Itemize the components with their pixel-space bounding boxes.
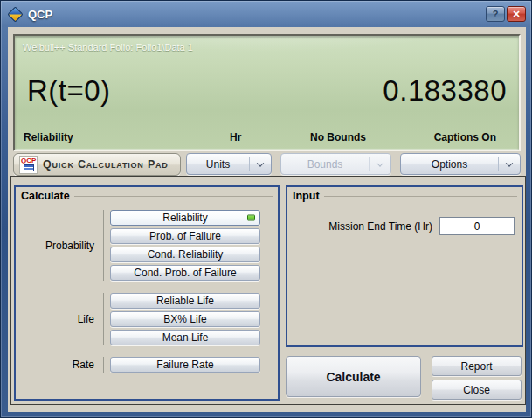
mission-end-time-label: Mission End Time (Hr) [328,220,432,233]
weibull-app-icon [7,6,23,22]
titlebar: QCP ? ✕ [1,1,531,27]
prob-of-failure-button-label: Prob. of Failure [149,230,221,242]
selected-indicator-icon [247,215,255,221]
qcp-dialog-window: QCP ? ✕ Weibull++ Standard Folio: Folio1… [0,0,532,418]
legend-rule [324,196,517,197]
failure-rate-button[interactable]: Failure Rate [110,357,260,373]
life-section-label: Life [16,313,103,325]
bounds-dropdown-label: Bounds [281,154,369,174]
chevron-down-icon [506,159,513,166]
input-legend: Input [293,190,320,202]
result-readout: R(t=0) 0.183380 [15,74,519,108]
help-button[interactable]: ? [486,6,505,22]
cond-reliability-button[interactable]: Cond. Reliability [110,247,260,262]
units-dropdown-label: Units [187,154,249,174]
rate-buttons: Failure Rate [110,357,260,373]
life-section: Life Reliable Life BX% Life Mean Life [16,293,278,345]
status-bounds: No Bounds [310,131,366,143]
close-button-label: Close [463,384,490,396]
probability-section-label: Probability [16,240,103,252]
chevron-down-icon [257,159,264,166]
mission-end-time-row: Mission End Time (Hr) [287,217,522,235]
life-buttons: Reliable Life BX% Life Mean Life [110,293,260,345]
result-value: 0.183380 [383,74,507,108]
reliability-button[interactable]: Reliability [110,210,260,226]
units-dropdown[interactable]: Units [186,153,272,175]
qcp-logo-text: QCP [21,157,36,164]
bounds-dropdown[interactable]: Bounds [280,153,391,175]
calculate-legend: Calculate [21,190,70,202]
folio-source-label: Weibull++ Standard Folio: Folio1\Data 1 [23,42,193,52]
bx-life-button[interactable]: BX% Life [110,311,260,327]
section-divider [103,210,104,281]
dialog-client-area: Weibull++ Standard Folio: Folio1\Data 1 … [8,27,526,412]
input-groupbox-header: Input [287,187,522,203]
report-button-label: Report [460,360,492,373]
rate-section: Rate Failure Rate [16,357,278,373]
help-icon: ? [493,9,499,19]
units-dropdown-arrow[interactable] [250,154,271,174]
status-metric: Reliability [24,131,73,143]
cond-prob-of-failure-button-label: Cond. Prob. of Failure [134,267,236,279]
mission-end-time-input[interactable] [439,217,515,235]
calculate-groupbox-header: Calculate [16,187,278,203]
content-panel: Calculate Probability Reliability Prob. … [10,176,526,405]
chevron-down-icon [377,159,383,166]
pad-button-label: Quick Calculation Pad [43,158,169,171]
bx-life-button-label: BX% Life [163,313,206,325]
display-status-row: Reliability Hr No Bounds Captions On [15,131,519,145]
probability-section: Probability Reliability Prob. of Failure… [16,210,278,281]
cond-reliability-button-label: Cond. Reliability [148,248,224,261]
input-groupbox: Input Mission End Time (Hr) [286,185,523,347]
prob-of-failure-button[interactable]: Prob. of Failure [110,228,260,244]
titlebar-buttons: ? ✕ [486,6,526,22]
section-divider [103,293,104,345]
reliability-button-label: Reliability [162,212,207,224]
report-button[interactable]: Report [432,356,522,376]
bounds-dropdown-arrow [370,154,390,174]
options-dropdown-label: Options [401,154,498,174]
mean-life-button-label: Mean Life [162,331,209,344]
qcp-logo-icon: QCP [19,156,38,174]
options-dropdown-arrow[interactable] [499,154,520,174]
toolbar: QCP Quick Calculation Pad Units Bounds [8,153,526,176]
mean-life-button[interactable]: Mean Life [110,330,260,345]
rate-section-label: Rate [16,359,103,371]
section-divider [103,357,104,373]
legend-rule [74,196,273,197]
calculate-groupbox: Calculate Probability Reliability Prob. … [14,185,280,401]
reliable-life-button[interactable]: Reliable Life [110,293,260,309]
status-captions: Captions On [434,131,496,143]
qcp-logo-grid-icon [24,164,34,171]
status-units: Hr [230,131,241,143]
close-button[interactable]: Close [432,380,522,400]
failure-rate-button-label: Failure Rate [156,359,213,371]
reliable-life-button-label: Reliable Life [156,295,214,307]
result-expression: R(t=0) [27,74,111,108]
quick-calculation-pad-button[interactable]: QCP Quick Calculation Pad [13,153,181,176]
close-window-button[interactable]: ✕ [507,6,526,22]
close-icon: ✕ [512,9,520,20]
cond-prob-of-failure-button[interactable]: Cond. Prob. of Failure [110,265,260,281]
calculate-button-label: Calculate [326,370,380,384]
calculate-button[interactable]: Calculate [286,356,421,397]
options-dropdown[interactable]: Options [400,153,521,175]
window-title: QCP [28,8,52,21]
probability-buttons: Reliability Prob. of Failure Cond. Relia… [110,210,260,281]
results-display: Weibull++ Standard Folio: Folio1\Data 1 … [13,34,521,151]
